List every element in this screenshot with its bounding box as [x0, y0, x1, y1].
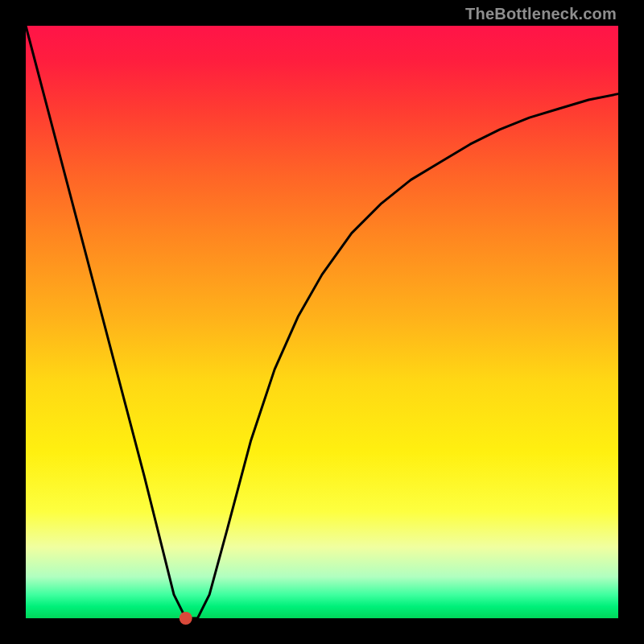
watermark-text: TheBottleneck.com	[465, 5, 617, 23]
chart-svg	[0, 0, 644, 644]
marker-dot	[180, 612, 192, 625]
curve-line	[26, 26, 618, 618]
